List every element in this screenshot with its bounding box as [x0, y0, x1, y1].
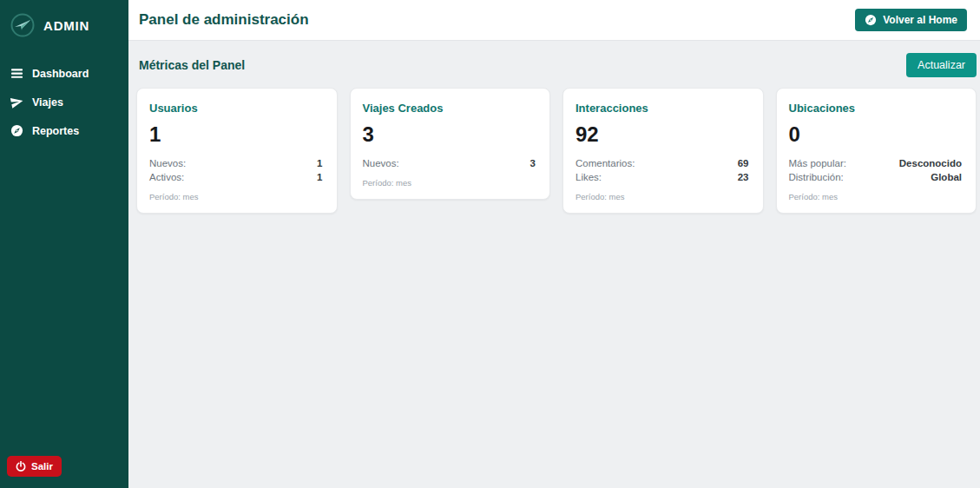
compass-icon: [10, 124, 23, 137]
card-title: Ubicaciones: [789, 102, 963, 115]
sidebar-item-viajes[interactable]: Viajes: [0, 88, 128, 116]
sidebar-item-label: Reportes: [32, 125, 79, 137]
metric-value: Desconocido: [899, 156, 962, 170]
card-period: Período: mes: [363, 178, 536, 188]
main-area: Panel de administración Volver al Home M…: [128, 0, 980, 488]
card-metric-row: Likes: 23: [576, 170, 749, 184]
metric-label: Comentarios:: [576, 156, 635, 170]
power-icon: [16, 461, 26, 472]
card-value: 92: [576, 122, 749, 147]
card-metric-row: Activos: 1: [149, 170, 323, 184]
card-title: Interacciones: [576, 102, 749, 115]
metric-value: Global: [931, 170, 962, 184]
sidebar-item-label: Viajes: [32, 96, 63, 109]
metric-value: 1: [317, 170, 322, 184]
metric-label: Nuevos:: [149, 156, 186, 170]
top-header: Panel de administración Volver al Home: [128, 0, 980, 41]
card-title: Usuarios: [149, 102, 323, 115]
back-home-button[interactable]: Volver al Home: [855, 9, 967, 31]
card-metric-row: Más popular: Desconocido: [789, 156, 963, 170]
sidebar-nav: Dashboard Viajes Repor: [0, 59, 128, 145]
logout-label: Salir: [31, 461, 53, 472]
card-period: Período: mes: [576, 192, 749, 201]
metric-value: 69: [738, 156, 749, 170]
card-value: 3: [363, 122, 536, 147]
logout-button[interactable]: Salir: [7, 456, 62, 477]
metric-card-interacciones: Interacciones 92 Comentarios: 69 Likes: …: [562, 88, 764, 214]
metric-cards-row: Usuarios 1 Nuevos: 1 Activos: 1 Período:…: [128, 88, 980, 214]
admin-app: ADMIN Dashboard Via: [0, 0, 980, 488]
metric-label: Más popular:: [789, 156, 846, 170]
metric-card-viajes-creados: Viajes Creados 3 Nuevos: 3 Período: mes: [350, 88, 551, 200]
card-metric-row: Distribución: Global: [789, 170, 963, 184]
metric-card-ubicaciones: Ubicaciones 0 Más popular: Desconocido D…: [776, 88, 977, 214]
metric-value: 3: [530, 156, 536, 170]
sidebar-item-label: Dashboard: [32, 68, 89, 80]
paper-plane-logo-icon: [10, 12, 36, 38]
card-metric-row: Nuevos: 1: [149, 156, 323, 170]
metric-label: Activos:: [149, 170, 184, 184]
logo-text: ADMIN: [43, 18, 89, 33]
metric-label: Nuevos:: [363, 156, 399, 170]
card-period: Período: mes: [149, 192, 323, 201]
card-title: Viajes Creados: [363, 102, 536, 115]
metric-label: Likes:: [576, 170, 602, 184]
compass-icon: [865, 14, 877, 26]
back-home-label: Volver al Home: [883, 14, 957, 26]
card-metric-row: Comentarios: 69: [576, 156, 749, 170]
metrics-section-header: Métricas del Panel Actualizar: [128, 41, 980, 88]
metric-value: 1: [317, 156, 322, 170]
refresh-button[interactable]: Actualizar: [906, 53, 977, 77]
metrics-section-title: Métricas del Panel: [139, 58, 245, 72]
card-value: 0: [789, 122, 963, 147]
metric-card-usuarios: Usuarios 1 Nuevos: 1 Activos: 1 Período:…: [136, 88, 338, 214]
metric-value: 23: [738, 170, 749, 184]
sidebar: ADMIN Dashboard Via: [0, 0, 128, 488]
card-metric-row: Nuevos: 3: [363, 156, 536, 170]
paper-plane-icon: [10, 96, 23, 109]
card-value: 1: [149, 122, 323, 147]
metric-label: Distribución:: [789, 170, 844, 184]
card-period: Período: mes: [789, 192, 963, 201]
bars-icon: [10, 67, 23, 80]
sidebar-item-dashboard[interactable]: Dashboard: [0, 59, 128, 88]
logo: ADMIN: [0, 0, 128, 54]
metrics-content: Métricas del Panel Actualizar Usuarios 1…: [128, 41, 980, 488]
sidebar-item-reportes[interactable]: Reportes: [0, 116, 128, 145]
page-title: Panel de administración: [139, 11, 309, 29]
